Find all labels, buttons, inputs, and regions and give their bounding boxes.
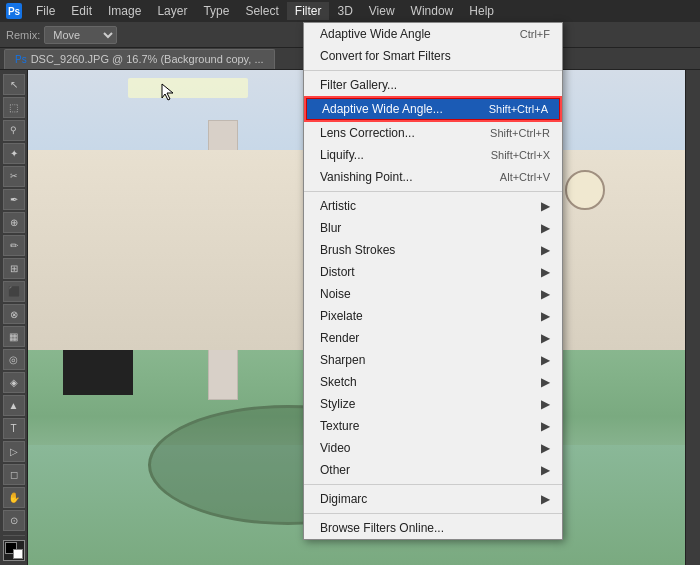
filter-menu-item-shortcut: Shift+Ctrl+A (489, 103, 548, 115)
submenu-arrow-icon: ▶ (541, 199, 550, 213)
filter-menu-item-label: Vanishing Point... (320, 170, 413, 184)
filter-menu-adaptive-wide-angle[interactable]: Adaptive Wide Angle... Shift+Ctrl+A (304, 96, 562, 122)
submenu-arrow-icon: ▶ (541, 492, 550, 506)
filter-menu-distort[interactable]: Distort ▶ (304, 261, 562, 283)
submenu-arrow-icon: ▶ (541, 265, 550, 279)
menu-file[interactable]: File (28, 2, 63, 20)
filter-menu-adaptive-wide-angle-top[interactable]: Adaptive Wide Angle Ctrl+F (304, 23, 562, 45)
quick-select-tool[interactable]: ✦ (3, 143, 25, 164)
filter-menu-divider-4 (304, 513, 562, 514)
filter-menu-item-label: Blur (320, 221, 341, 235)
filter-menu-item-label: Adaptive Wide Angle... (322, 102, 443, 116)
filter-menu-sketch[interactable]: Sketch ▶ (304, 371, 562, 393)
shape-tool[interactable]: ◻ (3, 464, 25, 485)
filter-menu-item-label: Noise (320, 287, 351, 301)
submenu-arrow-icon: ▶ (541, 375, 550, 389)
filter-menu-item-label: Filter Gallery... (320, 78, 397, 92)
filter-menu-item-label: Texture (320, 419, 359, 433)
filter-menu-vanishing-point[interactable]: Vanishing Point... Alt+Ctrl+V (304, 166, 562, 188)
pen-tool[interactable]: ▲ (3, 395, 25, 416)
filter-menu-item-label: Distort (320, 265, 355, 279)
filter-menu-item-label: Lens Correction... (320, 126, 415, 140)
menu-edit[interactable]: Edit (63, 2, 100, 20)
filter-menu-stylize[interactable]: Stylize ▶ (304, 393, 562, 415)
menu-image[interactable]: Image (100, 2, 149, 20)
marquee-tool[interactable]: ⬚ (3, 97, 25, 118)
canvas-light1 (128, 78, 248, 98)
menu-layer[interactable]: Layer (149, 2, 195, 20)
left-toolbar: ↖ ⬚ ⚲ ✦ ✂ ✒ ⊕ ✏ ⊞ ⬛ ⊗ ▦ ◎ ◈ ▲ T ▷ ◻ ✋ ⊙ (0, 70, 28, 565)
filter-menu-item-label: Other (320, 463, 350, 477)
filter-menu-item-label: Digimarc (320, 492, 367, 506)
move-tool[interactable]: ↖ (3, 74, 25, 95)
crop-tool[interactable]: ✂ (3, 166, 25, 187)
filter-menu-item-shortcut: Shift+Ctrl+X (491, 149, 550, 161)
submenu-arrow-icon: ▶ (541, 287, 550, 301)
foreground-color[interactable] (3, 540, 25, 561)
right-panel (685, 70, 700, 565)
filter-menu-digimarc[interactable]: Digimarc ▶ (304, 488, 562, 510)
filter-menu-divider-1 (304, 70, 562, 71)
eraser-tool[interactable]: ⊗ (3, 304, 25, 325)
filter-menu-item-shortcut: Alt+Ctrl+V (500, 171, 550, 183)
document-tab[interactable]: Ps DSC_9260.JPG @ 16.7% (Background copy… (4, 49, 275, 69)
filter-menu-render[interactable]: Render ▶ (304, 327, 562, 349)
filter-menu-video[interactable]: Video ▶ (304, 437, 562, 459)
filter-menu-brush-strokes[interactable]: Brush Strokes ▶ (304, 239, 562, 261)
submenu-arrow-icon: ▶ (541, 309, 550, 323)
menu-help[interactable]: Help (461, 2, 502, 20)
toolbar-divider (3, 535, 25, 536)
history-tool[interactable]: ⬛ (3, 281, 25, 302)
bg-color-swatch (13, 549, 23, 559)
blur-tool[interactable]: ◎ (3, 349, 25, 370)
filter-menu-item-label: Artistic (320, 199, 356, 213)
healing-tool[interactable]: ⊕ (3, 212, 25, 233)
type-tool[interactable]: T (3, 418, 25, 439)
menu-3d[interactable]: 3D (329, 2, 360, 20)
menu-select[interactable]: Select (237, 2, 286, 20)
filter-menu-item-label: Render (320, 331, 359, 345)
filter-menu-liquify[interactable]: Liquify... Shift+Ctrl+X (304, 144, 562, 166)
clone-tool[interactable]: ⊞ (3, 258, 25, 279)
filter-menu-filter-gallery[interactable]: Filter Gallery... (304, 74, 562, 96)
ps-app-icon: Ps (4, 1, 24, 21)
menu-window[interactable]: Window (403, 2, 462, 20)
filter-menu-texture[interactable]: Texture ▶ (304, 415, 562, 437)
submenu-arrow-icon: ▶ (541, 441, 550, 455)
filter-menu-blur[interactable]: Blur ▶ (304, 217, 562, 239)
submenu-arrow-icon: ▶ (541, 331, 550, 345)
filter-menu-item-shortcut: Ctrl+F (520, 28, 550, 40)
ps-logo: Ps (6, 3, 22, 19)
menu-filter[interactable]: Filter (287, 2, 330, 20)
filter-menu-pixelate[interactable]: Pixelate ▶ (304, 305, 562, 327)
filter-menu-artistic[interactable]: Artistic ▶ (304, 195, 562, 217)
filter-menu-browse-filters[interactable]: Browse Filters Online... (304, 517, 562, 539)
move-mode-select[interactable]: Move Artboard (44, 26, 117, 44)
filter-dropdown-menu: Adaptive Wide Angle Ctrl+F Convert for S… (303, 22, 563, 540)
filter-menu-other[interactable]: Other ▶ (304, 459, 562, 481)
menu-type[interactable]: Type (195, 2, 237, 20)
santa-legs (63, 345, 133, 395)
filter-menu-divider-3 (304, 484, 562, 485)
filter-menu-sharpen[interactable]: Sharpen ▶ (304, 349, 562, 371)
brush-tool[interactable]: ✏ (3, 235, 25, 256)
filter-menu-lens-correction[interactable]: Lens Correction... Shift+Ctrl+R (304, 122, 562, 144)
gradient-tool[interactable]: ▦ (3, 326, 25, 347)
canvas-clock (565, 170, 605, 210)
submenu-arrow-icon: ▶ (541, 419, 550, 433)
filter-menu-item-shortcut: Shift+Ctrl+R (490, 127, 550, 139)
submenu-arrow-icon: ▶ (541, 397, 550, 411)
menu-view[interactable]: View (361, 2, 403, 20)
remix-label: Remix: (6, 29, 40, 41)
filter-menu-noise[interactable]: Noise ▶ (304, 283, 562, 305)
path-tool[interactable]: ▷ (3, 441, 25, 462)
filter-menu-convert-smart-filters[interactable]: Convert for Smart Filters (304, 45, 562, 67)
zoom-tool[interactable]: ⊙ (3, 510, 25, 531)
filter-menu-item-label: Browse Filters Online... (320, 521, 444, 535)
dodge-tool[interactable]: ◈ (3, 372, 25, 393)
filter-menu-item-label: Sharpen (320, 353, 365, 367)
filter-menu-item-label: Liquify... (320, 148, 364, 162)
lasso-tool[interactable]: ⚲ (3, 120, 25, 141)
hand-tool[interactable]: ✋ (3, 487, 25, 508)
eyedropper-tool[interactable]: ✒ (3, 189, 25, 210)
